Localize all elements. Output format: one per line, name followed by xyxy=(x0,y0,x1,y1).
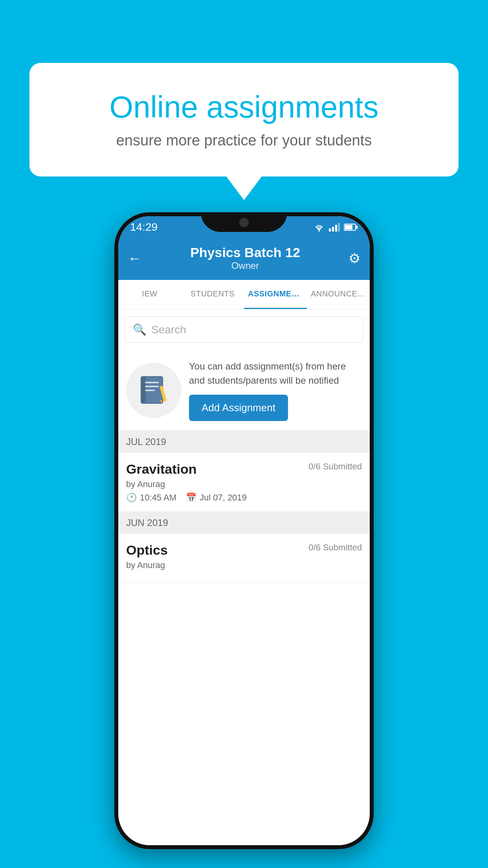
promo-icon-circle xyxy=(126,363,181,418)
assignment-optics[interactable]: Optics 0/6 Submitted by Anurag xyxy=(118,534,370,583)
phone-screen: 14:29 xyxy=(118,216,370,845)
phone-frame-container: 14:29 xyxy=(114,212,374,849)
assignment-gravitation-by: by Anurag xyxy=(126,479,362,489)
search-bar[interactable]: 🔍 Search xyxy=(125,316,363,343)
speech-bubble-arrow xyxy=(226,177,262,200)
wifi-icon xyxy=(313,223,325,232)
speech-bubble: Online assignments ensure more practice … xyxy=(29,63,459,177)
assignment-gravitation[interactable]: Gravitation 0/6 Submitted by Anurag 🕐 10… xyxy=(118,453,370,512)
svg-rect-11 xyxy=(145,386,159,387)
assignment-gravitation-date: 📅 Jul 07, 2019 xyxy=(186,493,247,503)
header-center: Physics Batch 12 Owner xyxy=(190,245,300,271)
add-assignment-button[interactable]: Add Assignment xyxy=(189,395,288,421)
section-jul-2019: JUL 2019 xyxy=(118,431,370,453)
section-jun-2019-label: JUN 2019 xyxy=(126,517,168,528)
promo-description: You can add assignment(s) from here and … xyxy=(189,359,362,388)
gear-icon[interactable]: ⚙ xyxy=(349,250,360,266)
search-icon: 🔍 xyxy=(133,323,147,336)
svg-point-0 xyxy=(318,230,320,232)
calendar-icon: 📅 xyxy=(186,493,196,503)
svg-rect-3 xyxy=(335,225,337,232)
search-placeholder: Search xyxy=(151,324,186,336)
assignment-gravitation-top: Gravitation 0/6 Submitted xyxy=(126,462,362,477)
assignment-gravitation-status: 0/6 Submitted xyxy=(308,462,362,472)
back-button[interactable]: ← xyxy=(128,250,142,267)
signal-icon xyxy=(329,223,340,232)
assignment-gravitation-meta: 🕐 10:45 AM 📅 Jul 07, 2019 xyxy=(126,493,362,503)
assignment-gravitation-date-text: Jul 07, 2019 xyxy=(200,493,247,503)
svg-rect-4 xyxy=(338,223,340,232)
tab-students[interactable]: STUDENTS xyxy=(181,280,244,309)
header-subtitle: Owner xyxy=(190,260,300,271)
status-icons xyxy=(313,223,358,232)
status-time: 14:29 xyxy=(130,221,158,234)
assignment-gravitation-time: 🕐 10:45 AM xyxy=(126,493,176,503)
svg-rect-12 xyxy=(145,390,155,391)
header-title: Physics Batch 12 xyxy=(190,245,300,260)
phone-frame: 14:29 xyxy=(114,212,374,849)
assignment-optics-top: Optics 0/6 Submitted xyxy=(126,542,362,558)
promo-section: You can add assignment(s) from here and … xyxy=(118,350,370,431)
section-jun-2019: JUN 2019 xyxy=(118,512,370,534)
section-jul-2019-label: JUL 2019 xyxy=(126,436,166,447)
svg-rect-1 xyxy=(329,228,331,232)
speech-bubble-container: Online assignments ensure more practice … xyxy=(29,63,459,200)
tab-iew[interactable]: IEW xyxy=(118,280,181,309)
svg-rect-6 xyxy=(345,225,352,230)
svg-rect-10 xyxy=(145,382,159,383)
app-header: ← Physics Batch 12 Owner ⚙ xyxy=(118,238,370,280)
assignment-gravitation-name: Gravitation xyxy=(126,462,196,477)
tab-assignments[interactable]: ASSIGNMENTS xyxy=(244,280,307,309)
svg-rect-9 xyxy=(141,377,146,403)
speech-bubble-title: Online assignments xyxy=(61,90,427,124)
assignment-optics-status: 0/6 Submitted xyxy=(308,542,362,553)
clock-icon: 🕐 xyxy=(126,493,137,503)
tabs-container: IEW STUDENTS ASSIGNMENTS ANNOUNCEM... xyxy=(118,280,370,309)
notebook-icon xyxy=(139,375,169,406)
assignment-gravitation-time-text: 10:45 AM xyxy=(140,493,176,503)
battery-icon xyxy=(344,223,358,231)
svg-rect-2 xyxy=(332,227,334,232)
svg-rect-7 xyxy=(356,226,358,229)
promo-text-section: You can add assignment(s) from here and … xyxy=(189,359,362,421)
speech-bubble-subtitle: ensure more practice for your students xyxy=(61,132,427,149)
tab-announcements[interactable]: ANNOUNCEM... xyxy=(307,280,370,309)
assignment-optics-name: Optics xyxy=(126,542,168,558)
phone-notch xyxy=(201,212,287,232)
phone-camera xyxy=(239,218,249,227)
assignment-optics-by: by Anurag xyxy=(126,560,362,570)
